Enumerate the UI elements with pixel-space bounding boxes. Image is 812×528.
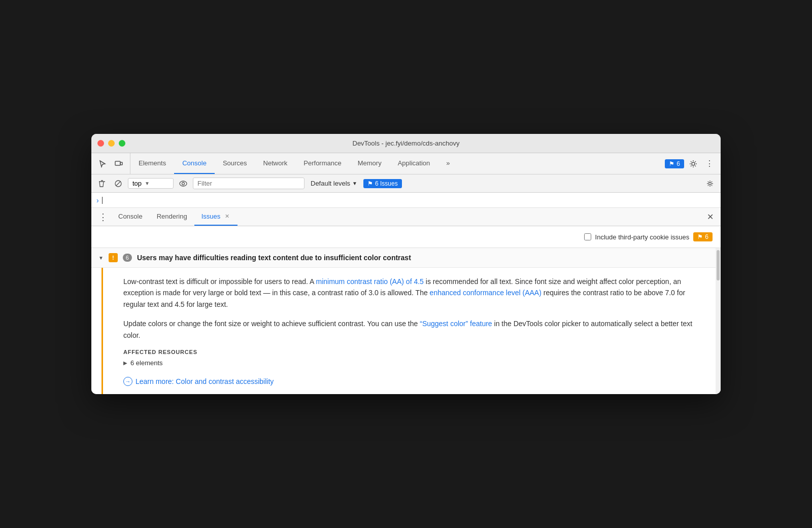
- issues-flag-sm-icon: ⚑: [367, 180, 373, 187]
- filter-input[interactable]: [193, 178, 304, 189]
- cookie-issues-label: Include third-party cookie issues: [595, 233, 690, 241]
- warning-flag-icon: ⚑: [697, 233, 703, 240]
- block-icon[interactable]: [112, 177, 125, 190]
- svg-point-6: [182, 182, 185, 185]
- svg-point-7: [709, 182, 712, 185]
- sub-tab-console[interactable]: Console: [111, 208, 150, 226]
- learn-more-link[interactable]: Learn more: Color and contrast accessibi…: [136, 377, 274, 385]
- warning-count-badge: ⚑ 6: [693, 232, 713, 241]
- scrollbar-track[interactable]: [716, 248, 721, 394]
- levels-arrow-icon: ▼: [352, 181, 357, 186]
- affected-label: AFFECTED RESOURCES: [123, 349, 705, 355]
- window-controls: [97, 140, 125, 147]
- issues-main: ▼ ! 6 Users may have difficulties readin…: [91, 248, 716, 394]
- eye-icon[interactable]: [177, 177, 190, 190]
- svg-rect-0: [115, 161, 120, 165]
- window-title: DevTools - jec.fyi/demo/cds-anchovy: [353, 139, 460, 147]
- issues-content: ▼ ! 6 Users may have difficulties readin…: [91, 248, 721, 394]
- issue-description-2: Update colors or change the font size or…: [123, 318, 705, 341]
- sub-tab-rendering[interactable]: Rendering: [150, 208, 194, 226]
- issue-description-1: Low-contrast text is difficult or imposs…: [123, 276, 705, 310]
- devtools-window: DevTools - jec.fyi/demo/cds-anchovy: [91, 134, 721, 394]
- prompt-icon: ›: [96, 196, 99, 204]
- affected-resources-section: AFFECTED RESOURCES ▶ 6 elements: [123, 349, 705, 367]
- toolbar-icons: [91, 153, 130, 174]
- tab-network[interactable]: Network: [255, 153, 296, 174]
- context-select[interactable]: top ▼: [128, 178, 174, 189]
- tab-memory[interactable]: Memory: [350, 153, 390, 174]
- learn-more-section: → Learn more: Color and contrast accessi…: [123, 377, 705, 386]
- issues-filter-row: Include third-party cookie issues ⚑ 6: [91, 226, 721, 248]
- console-settings-icon[interactable]: [703, 177, 717, 190]
- svg-rect-1: [120, 162, 122, 165]
- cursor-icon[interactable]: [95, 157, 110, 171]
- console-input-area[interactable]: ›: [91, 193, 721, 208]
- console-toolbar: top ▼ Default levels ▼ ⚑ 6 Issues: [91, 174, 721, 193]
- chevron-down-icon[interactable]: ▼: [98, 255, 104, 261]
- console-cursor: [102, 197, 103, 204]
- title-bar: DevTools - jec.fyi/demo/cds-anchovy: [91, 134, 721, 153]
- settings-icon[interactable]: [686, 157, 700, 171]
- svg-line-4: [116, 181, 121, 186]
- issue-body: Low-contrast text is difficult or imposs…: [101, 268, 716, 394]
- sub-tabs-right: ✕: [703, 208, 717, 226]
- top-toolbar: Elements Console Sources Network Perform…: [91, 153, 721, 174]
- clear-console-icon[interactable]: [95, 177, 109, 190]
- aaa-conformance-link[interactable]: enhanced conformance level (AAA): [430, 289, 542, 297]
- close-button[interactable]: [97, 140, 104, 147]
- external-link-icon: →: [123, 377, 132, 386]
- maximize-button[interactable]: [119, 140, 125, 147]
- issues-flag-icon: ⚑: [669, 160, 674, 167]
- close-panel-icon[interactable]: ✕: [703, 210, 717, 224]
- issue-count-badge: 6: [123, 254, 132, 262]
- tab-console[interactable]: Console: [174, 153, 215, 174]
- tab-application[interactable]: Application: [390, 153, 438, 174]
- levels-dropdown[interactable]: Default levels ▼: [308, 179, 360, 188]
- sub-tab-issues[interactable]: Issues ✕: [194, 208, 238, 226]
- triangle-right-icon: ▶: [123, 360, 127, 366]
- aa-contrast-link[interactable]: minimum contrast ratio (AA) of 4.5: [316, 277, 423, 286]
- issue-header-row: ▼ ! 6 Users may have difficulties readin…: [91, 248, 716, 268]
- devtools-panel: Elements Console Sources Network Perform…: [91, 153, 721, 394]
- suggest-color-link[interactable]: “Suggest color” feature: [420, 320, 492, 328]
- toolbar-right: ⚑ 6 ⋮: [661, 153, 721, 174]
- issues-badge-console[interactable]: ⚑ 6 Issues: [363, 179, 402, 188]
- issue-warning-icon: !: [109, 253, 118, 262]
- more-icon[interactable]: ⋮: [702, 157, 717, 171]
- scrollbar-thumb[interactable]: [717, 250, 720, 280]
- issue-title: Users may have difficulties reading text…: [137, 254, 411, 262]
- dropdown-arrow-icon: ▼: [145, 181, 150, 186]
- tab-elements[interactable]: Elements: [130, 153, 174, 174]
- elements-toggle[interactable]: ▶ 6 elements: [123, 359, 705, 367]
- close-issues-tab-icon[interactable]: ✕: [223, 213, 230, 220]
- device-toggle-icon[interactable]: [112, 157, 126, 171]
- main-tabs: Elements Console Sources Network Perform…: [130, 153, 661, 174]
- svg-point-2: [692, 162, 695, 165]
- tab-more[interactable]: »: [438, 153, 458, 174]
- sub-tabs-bar: ⋮ Console Rendering Issues ✕ ✕: [91, 208, 721, 226]
- svg-point-5: [180, 181, 187, 186]
- cookie-issues-checkbox[interactable]: [584, 233, 591, 240]
- minimize-button[interactable]: [108, 140, 115, 147]
- issues-badge-top[interactable]: ⚑ 6: [665, 159, 684, 168]
- tab-sources[interactable]: Sources: [215, 153, 255, 174]
- sub-tabs-more-icon[interactable]: ⋮: [95, 208, 111, 226]
- tab-performance[interactable]: Performance: [295, 153, 349, 174]
